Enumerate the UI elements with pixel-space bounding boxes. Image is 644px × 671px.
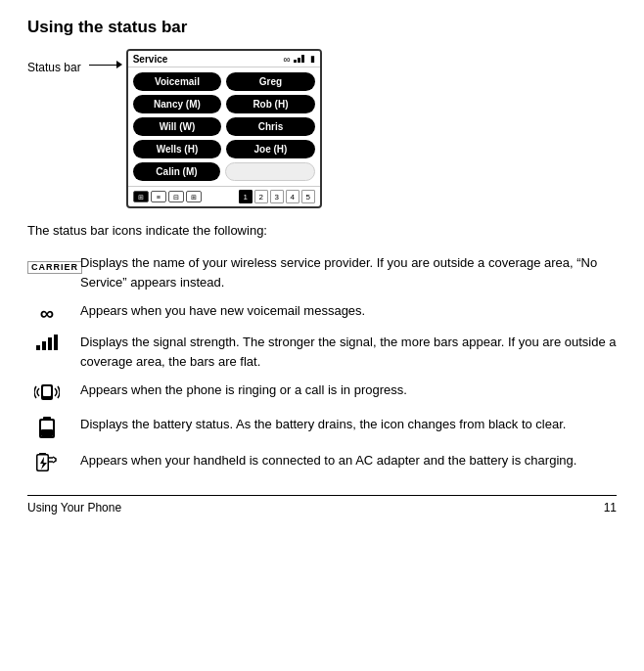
bottom-icon-1[interactable]: ⊞: [133, 191, 149, 202]
page-footer: Using Your Phone 11: [27, 495, 617, 514]
phone-status-bar: Service ∞ ▮: [128, 51, 320, 67]
contact-row-4: Wells (H) Joe (H): [133, 140, 315, 158]
description-text: The status bar icons indicate the follow…: [27, 222, 617, 240]
contact-nancy[interactable]: Nancy (M): [133, 95, 222, 113]
carrier-icon: CARRIER: [27, 261, 82, 274]
icon-row-phone-ring: Appears when the phone is ringing or a c…: [27, 380, 617, 405]
contact-row-2: Nancy (M) Rob (H): [133, 95, 315, 113]
battery-desc: Displays the battery status. As the batt…: [80, 415, 617, 434]
page-num-2[interactable]: 2: [254, 190, 268, 203]
contact-voicemail[interactable]: Voicemail: [133, 72, 222, 91]
contact-empty: [225, 162, 315, 181]
signal-status-icon: [294, 53, 307, 65]
page-title: Using the status bar: [27, 18, 617, 37]
page-num-1[interactable]: 1: [239, 190, 253, 203]
page-num-5[interactable]: 5: [301, 190, 315, 203]
footer-left: Using Your Phone: [27, 501, 121, 514]
svg-rect-8: [43, 386, 51, 396]
phone-screen: Service ∞ ▮ Voicemail Greg Nan: [126, 49, 322, 208]
phone-ring-icon-cell: [27, 380, 67, 405]
svg-rect-12: [41, 429, 53, 436]
contact-row-1: Voicemail Greg: [133, 72, 315, 91]
voicemail-desc: Appears when you have new voicemail mess…: [80, 301, 617, 321]
arrow-line: [89, 65, 116, 66]
contact-greg[interactable]: Greg: [226, 72, 315, 91]
svg-rect-6: [54, 335, 58, 350]
carrier-desc: Displays the name of your wireless servi…: [80, 253, 617, 291]
phone-service-label: Service: [133, 54, 168, 65]
voicemail-icon-cell: ∞: [27, 301, 67, 323]
status-bar-arrow: [89, 61, 122, 68]
carrier-icon-cell: CARRIER: [27, 253, 67, 274]
icon-desc-list: CARRIER Displays the name of your wirele…: [27, 253, 617, 477]
phone-ring-desc: Appears when the phone is ringing or a c…: [80, 380, 617, 400]
svg-rect-5: [48, 337, 52, 350]
ac-desc: Appears when your handheld is connected …: [80, 451, 617, 470]
svg-rect-1: [298, 58, 300, 63]
battery-status-icon: ▮: [310, 54, 315, 64]
page-num-4[interactable]: 4: [286, 190, 299, 203]
svg-rect-3: [36, 345, 40, 350]
contact-joe[interactable]: Joe (H): [226, 140, 315, 158]
icon-row-battery: Displays the battery status. As the batt…: [27, 415, 617, 441]
figure-area: Status bar Service ∞ ▮: [27, 49, 617, 208]
svg-rect-4: [42, 341, 46, 350]
phone-status-icons: ∞ ▮: [284, 53, 315, 65]
ac-icon-cell: [27, 451, 67, 477]
battery-icon: [39, 417, 55, 438]
phone-bottom-bar: ⊞ ≡ ⊟ ⊞ 1 2 3 4 5: [128, 186, 320, 206]
page-num-3[interactable]: 3: [270, 190, 284, 203]
contact-will[interactable]: Will (W): [133, 117, 222, 136]
voicemail-status-icon: ∞: [284, 54, 291, 65]
phone-ring-icon: [34, 382, 60, 402]
page-numbers: 1 2 3 4 5: [239, 190, 315, 203]
contact-row-3: Will (W) Chris: [133, 117, 315, 136]
icon-row-signal: Displays the signal strength. The strong…: [27, 333, 617, 371]
contact-wells[interactable]: Wells (H): [133, 140, 222, 158]
svg-rect-0: [294, 60, 297, 63]
status-bar-label: Status bar: [27, 61, 81, 74]
contact-row-5: Calin (M): [133, 162, 315, 181]
signal-desc: Displays the signal strength. The strong…: [80, 333, 617, 371]
bottom-icon-4[interactable]: ⊞: [186, 191, 202, 202]
bottom-icon-3[interactable]: ⊟: [168, 191, 184, 202]
bottom-icon-2[interactable]: ≡: [151, 191, 166, 202]
footer-right: 11: [604, 501, 617, 514]
ac-adapter-icon: [36, 453, 58, 474]
phone-bottom-icons: ⊞ ≡ ⊟ ⊞: [133, 191, 202, 202]
contact-calin[interactable]: Calin (M): [133, 162, 221, 181]
icon-row-carrier: CARRIER Displays the name of your wirele…: [27, 253, 617, 291]
contact-rob[interactable]: Rob (H): [226, 95, 315, 113]
icon-row-ac: Appears when your handheld is connected …: [27, 451, 617, 477]
contact-chris[interactable]: Chris: [226, 117, 315, 136]
icon-row-voicemail: ∞ Appears when you have new voicemail me…: [27, 301, 617, 323]
svg-rect-2: [301, 55, 304, 63]
signal-icon: [36, 335, 58, 350]
signal-icon-cell: [27, 333, 67, 353]
battery-icon-cell: [27, 415, 67, 441]
voicemail-icon: ∞: [40, 302, 54, 324]
phone-contacts: Voicemail Greg Nancy (M) Rob (H) Will (W…: [128, 67, 320, 186]
arrow-head: [116, 61, 122, 68]
